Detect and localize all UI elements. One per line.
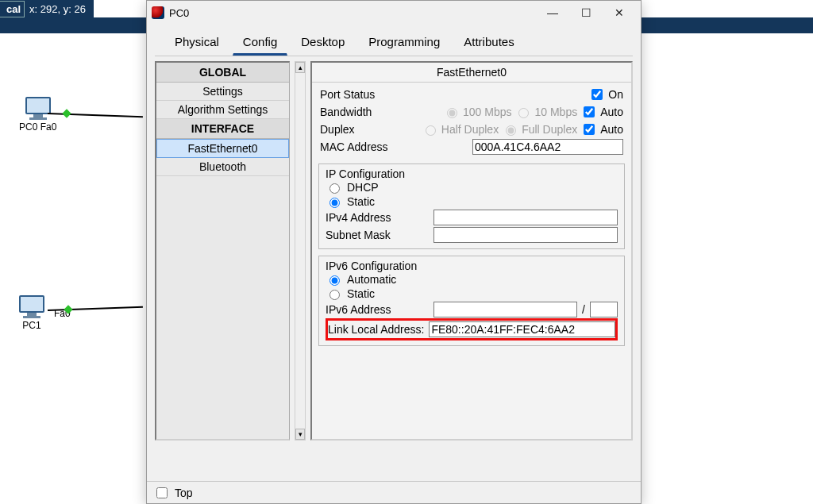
scroll-up-icon[interactable]: ▴ [295,62,305,73]
ipv4-address-label: IPv4 Address [326,211,429,224]
ipv4-address-input[interactable] [433,210,618,225]
minimize-button[interactable]: — [536,2,569,24]
ip-dhcp-label: DHCP [347,181,379,194]
duplex-full-radio [506,125,516,136]
tab-config[interactable]: Config [233,29,287,56]
tab-physical[interactable]: Physical [164,29,229,56]
device-window: PC0 — ☐ ✕ Physical Config Desktop Progra… [146,0,642,504]
ipv6-prefix-input [590,302,618,317]
duplex-full-label: Full Duplex [522,123,577,136]
ipv6-static-radio[interactable] [329,290,340,300]
titlebar[interactable]: PC0 — ☐ ✕ [147,1,641,25]
ipv6-configuration-title: IPv6 Configuration [326,260,618,272]
bandwidth-10-radio [518,108,529,118]
port-status-checkbox[interactable] [591,89,603,100]
device-pc0[interactable]: PC0 Fa0 [19,97,56,133]
tab-programming[interactable]: Programming [358,29,450,56]
device-pc1[interactable]: PC1 [19,295,44,331]
port-status-label: Port Status [320,88,375,101]
tree-item-settings[interactable]: Settings [156,83,289,101]
subnet-mask-input[interactable] [433,227,618,243]
ipv6-configuration-group: IPv6 Configuration Automatic Static IPv6… [318,256,625,346]
ipv6-automatic-radio[interactable] [329,275,340,286]
ipv6-address-label: IPv6 Address [326,303,429,316]
config-tree: GLOBAL Settings Algorithm Settings INTER… [155,61,290,441]
tree-item-fastethernet0[interactable]: FastEthernet0 [156,139,289,158]
scroll-down-icon[interactable]: ▾ [295,429,305,440]
ipv6-automatic-label: Automatic [347,273,396,286]
bandwidth-100-label: 100 Mbps [463,106,511,118]
bandwidth-label: Bandwidth [320,106,372,118]
ip-configuration-group: IP Configuration DHCP Static IPv4 Addres… [318,164,625,249]
close-button[interactable]: ✕ [603,2,636,24]
duplex-half-radio [426,125,436,136]
pc-icon [25,97,51,114]
duplex-auto-checkbox[interactable] [584,124,595,135]
ipv6-prefix-sep: / [582,303,585,316]
tab-attributes[interactable]: Attributes [453,29,524,56]
link-local-input[interactable] [429,321,615,337]
tree-item-algorithm-settings[interactable]: Algorithm Settings [156,101,289,119]
link-local-row-highlight: Link Local Address: [326,318,618,340]
mac-address-label: MAC Address [320,140,388,153]
bandwidth-auto-label: Auto [600,106,623,118]
interface-title: FastEthernet0 [312,63,631,83]
tree-scrollbar[interactable]: ▴ ▾ [295,61,306,441]
device-label: PC0 Fa0 [19,121,56,133]
mac-address-input[interactable] [472,139,623,155]
duplex-label: Duplex [320,123,355,136]
window-status-bar: Top [147,481,641,503]
device-tabs: Physical Config Desktop Programming Attr… [155,25,633,56]
duplex-half-label: Half Duplex [441,123,499,136]
subnet-mask-label: Subnet Mask [326,229,429,241]
ip-configuration-title: IP Configuration [326,167,618,180]
tree-header-global: GLOBAL [156,63,289,83]
link-local-label: Link Local Address: [328,323,424,336]
link-status-dot [62,109,71,117]
bandwidth-10-label: 10 Mbps [534,106,577,118]
bandwidth-auto-checkbox[interactable] [584,106,595,117]
tab-desktop[interactable]: Desktop [291,29,355,56]
cursor-coords: x: 292, y: 26 [25,2,94,17]
ip-dhcp-radio[interactable] [329,183,340,194]
device-label: PC1 [19,320,44,331]
bandwidth-100-radio [447,108,457,118]
link-pc1[interactable] [48,306,143,311]
duplex-auto-label: Auto [600,123,623,136]
window-title: PC0 [169,7,536,19]
ip-static-label: Static [347,195,375,208]
ip-static-radio[interactable] [329,198,340,208]
ipv6-static-label: Static [347,287,375,300]
port-status-on-label: On [608,88,623,101]
window-appicon [152,6,164,19]
interface-config-panel: FastEthernet0 Port Status On Bandwidth 1… [310,61,633,441]
top-label: Top [175,487,193,499]
maximize-button[interactable]: ☐ [569,2,603,24]
tree-header-interface: INTERFACE [156,119,289,139]
ipv6-address-input [433,302,577,317]
top-checkbox[interactable] [156,487,168,498]
tree-item-bluetooth[interactable]: Bluetooth [156,158,289,176]
pc-icon [19,295,44,313]
app-mode-tab: cal [0,1,25,17]
